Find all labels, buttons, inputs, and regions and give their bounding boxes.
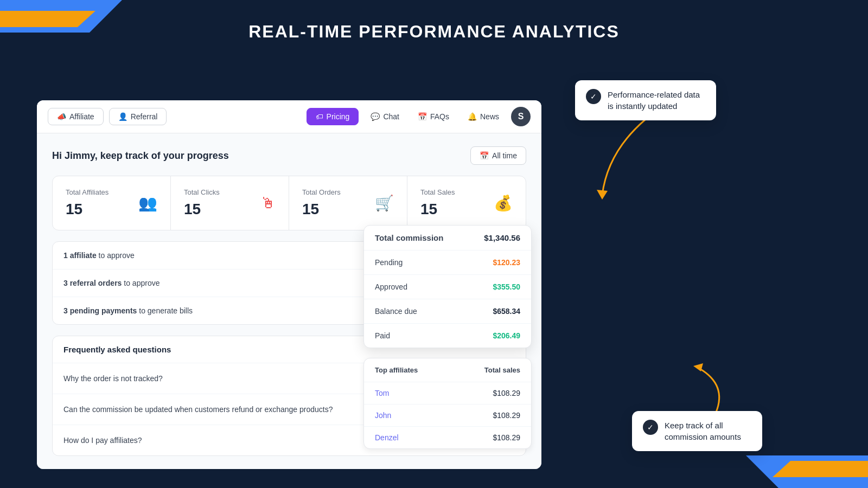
commission-total-value: $1,340.56 bbox=[484, 233, 520, 242]
pricing-nav-btn[interactable]: 🏷 Pricing bbox=[307, 108, 359, 125]
commission-balance-row: Balance due $658.34 bbox=[364, 299, 531, 324]
affiliates-col1-label: Top affiliates bbox=[375, 366, 448, 374]
commission-pending-label: Pending bbox=[375, 258, 403, 267]
alltime-button[interactable]: 📅 All time bbox=[470, 146, 526, 165]
commission-balance-label: Balance due bbox=[375, 307, 417, 316]
stat-value-affiliates: 15 bbox=[66, 201, 108, 218]
chat-icon: 💬 bbox=[371, 112, 380, 121]
commission-paid-label: Paid bbox=[375, 331, 390, 340]
faqs-nav-btn[interactable]: 📅 FAQs bbox=[411, 108, 456, 125]
affiliate-row-tom: Tom $108.29 bbox=[364, 382, 531, 404]
calendar-icon: 📅 bbox=[418, 112, 427, 121]
megaphone-icon: 📣 bbox=[57, 112, 66, 121]
affiliate-row-denzel: Denzel $108.29 bbox=[364, 427, 531, 448]
commission-approved-label: Approved bbox=[375, 282, 407, 291]
affiliate-name-john[interactable]: John bbox=[375, 411, 448, 420]
stat-label-clicks: Total Clicks bbox=[184, 188, 220, 196]
tooltip-commission: ✓ Keep track of all commission amounts bbox=[632, 411, 762, 451]
commission-paid-row: Paid $206.49 bbox=[364, 324, 531, 348]
referral-nav-btn[interactable]: 👤 Referral bbox=[109, 108, 167, 125]
nav-bar: 📣 Affiliate 👤 Referral 🏷 Pricing 💬 Chat … bbox=[37, 100, 541, 133]
chat-nav-btn[interactable]: 💬 Chat bbox=[364, 108, 406, 125]
calendar-small-icon: 📅 bbox=[480, 151, 489, 160]
stat-value-orders: 15 bbox=[302, 201, 341, 218]
stat-card-clicks: Total Clicks 15 🖱 bbox=[171, 176, 289, 230]
news-nav-btn[interactable]: 🔔 News bbox=[461, 108, 506, 125]
affiliate-row-john: John $108.29 bbox=[364, 404, 531, 427]
stat-value-clicks: 15 bbox=[184, 201, 220, 218]
panel-header: Hi Jimmy, keep track of your progress 📅 … bbox=[52, 146, 526, 165]
svg-marker-0 bbox=[597, 190, 608, 200]
check-icon-2: ✓ bbox=[643, 420, 658, 435]
commission-balance-value: $658.34 bbox=[493, 307, 520, 316]
stat-label-orders: Total Orders bbox=[302, 188, 341, 196]
person-icon: 👤 bbox=[118, 112, 127, 121]
affiliate-sales-tom: $108.29 bbox=[448, 389, 520, 397]
greeting-text: Hi Jimmy, keep track of your progress bbox=[52, 150, 229, 162]
stat-value-sales: 15 bbox=[420, 201, 455, 218]
arrow-tooltip-2 bbox=[689, 363, 743, 418]
commission-pending-value: $120.23 bbox=[493, 258, 520, 267]
affiliates-header: Top affiliates Total sales bbox=[364, 358, 531, 382]
tooltip-performance: ✓ Performance-related data is instantly … bbox=[575, 80, 716, 120]
tooltip-commission-text: Keep track of all commission amounts bbox=[665, 420, 751, 442]
commission-approved-value: $355.50 bbox=[493, 282, 520, 291]
stat-card-affiliates: Total Affiliates 15 👥 bbox=[53, 176, 171, 230]
tooltip-performance-text: Performance-related data is instantly up… bbox=[608, 89, 705, 112]
commission-total-row: Total commission $1,340.56 bbox=[364, 226, 531, 251]
stat-label-affiliates: Total Affiliates bbox=[66, 188, 108, 196]
affiliate-nav-btn[interactable]: 📣 Affiliate bbox=[48, 108, 104, 125]
stats-row: Total Affiliates 15 👥 Total Clicks 15 🖱 … bbox=[52, 176, 526, 230]
affiliate-sales-john: $108.29 bbox=[448, 411, 520, 420]
coins-icon: 💰 bbox=[494, 194, 513, 212]
check-icon-1: ✓ bbox=[586, 89, 601, 104]
commission-paid-value: $206.49 bbox=[493, 331, 520, 340]
bell-icon: 🔔 bbox=[468, 112, 477, 121]
commission-total-label: Total commission bbox=[375, 233, 443, 242]
commission-pending-row: Pending $120.23 bbox=[364, 251, 531, 275]
stat-card-sales: Total Sales 15 💰 bbox=[407, 176, 526, 230]
people-icon: 👥 bbox=[138, 194, 157, 212]
page-title: REAL-TIME PERFORMANCE ANALYTICS bbox=[248, 22, 620, 42]
commission-panel: Total commission $1,340.56 Pending $120.… bbox=[363, 225, 532, 348]
affiliates-col2-label: Total sales bbox=[448, 366, 520, 374]
cart-icon: 🛒 bbox=[375, 194, 394, 212]
stat-label-sales: Total Sales bbox=[420, 188, 455, 196]
tag-icon: 🏷 bbox=[316, 112, 323, 121]
affiliates-panel: Top affiliates Total sales Tom $108.29 J… bbox=[363, 358, 532, 449]
stat-card-orders: Total Orders 15 🛒 bbox=[289, 176, 407, 230]
affiliate-name-tom[interactable]: Tom bbox=[375, 389, 448, 397]
affiliate-name-denzel[interactable]: Denzel bbox=[375, 433, 448, 442]
avatar[interactable]: S bbox=[511, 107, 531, 126]
cursor-icon: 🖱 bbox=[260, 194, 276, 212]
arrow-tooltip-1 bbox=[591, 119, 656, 201]
affiliate-sales-denzel: $108.29 bbox=[448, 433, 520, 442]
commission-approved-row: Approved $355.50 bbox=[364, 275, 531, 299]
